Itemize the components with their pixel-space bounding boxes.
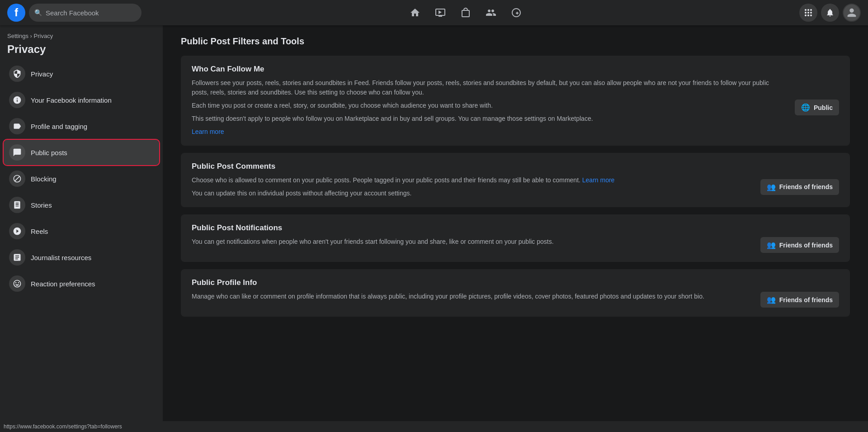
sidebar-item-stories[interactable]: Stories <box>4 192 159 218</box>
svg-point-3 <box>805 12 807 14</box>
profile-info-setting-button[interactable]: 👥 Friends of friends <box>760 292 839 308</box>
main-content: Public Post Filters and Tools Who Can Fo… <box>163 25 868 432</box>
notifications-setting-button[interactable]: 👥 Friends of friends <box>760 237 839 253</box>
comments-setting-button[interactable]: 👥 Friends of friends <box>760 179 839 195</box>
reaction-preferences-icon <box>9 275 25 292</box>
sidebar-item-profile-and-tagging[interactable]: Profile and tagging <box>4 114 159 139</box>
nav-home-button[interactable] <box>404 2 426 24</box>
nav-marketplace-button[interactable] <box>455 2 476 24</box>
public-post-comments-card: Public Post Comments Choose who is allow… <box>181 153 850 207</box>
notifications-text-1: You can get notifications when people wh… <box>192 237 750 247</box>
sidebar-item-privacy[interactable]: Privacy <box>4 61 159 86</box>
profile-info-btn-icon: 👥 <box>767 295 776 304</box>
search-bar[interactable]: 🔍 <box>29 4 142 22</box>
follow-learn-more-link[interactable]: Learn more <box>192 128 224 135</box>
comments-text-2: You can update this on individual posts … <box>192 189 750 198</box>
search-input[interactable] <box>46 9 136 17</box>
public-post-notifications-body: You can get notifications when people wh… <box>192 237 839 253</box>
who-can-follow-me-title: Who Can Follow Me <box>192 65 839 74</box>
comments-btn-label: Friends of friends <box>779 183 833 190</box>
follow-setting-button[interactable]: 🌐 Public <box>795 100 839 115</box>
public-post-comments-text: Choose who is allowed to comment on your… <box>192 176 750 198</box>
sidebar-item-public-posts-label: Public posts <box>31 149 67 157</box>
notifications-btn-icon: 👥 <box>767 241 776 249</box>
privacy-icon <box>9 66 25 82</box>
public-post-notifications-text: You can get notifications when people wh… <box>192 237 750 247</box>
navbar: f 🔍 <box>0 0 868 25</box>
navbar-center <box>161 2 770 24</box>
who-can-follow-me-card: Who Can Follow Me Followers see your pos… <box>181 56 850 146</box>
journalist-resources-icon <box>9 249 25 266</box>
sidebar: Settings › Privacy Privacy Privacy Your … <box>0 25 163 432</box>
notifications-btn-label: Friends of friends <box>779 242 833 249</box>
follow-text-3: This setting doesn't apply to people who… <box>192 114 784 123</box>
sidebar-item-blocking-label: Blocking <box>31 175 57 183</box>
public-post-comments-title: Public Post Comments <box>192 162 839 171</box>
profile-info-text-1: Manage who can like or comment on profil… <box>192 292 750 301</box>
svg-point-7 <box>807 14 809 16</box>
public-post-notifications-title: Public Post Notifications <box>192 223 839 233</box>
comments-text-1-part1: Choose who is allowed to comment on your… <box>192 176 580 184</box>
sidebar-item-journalist-resources[interactable]: Journalist resources <box>4 245 159 270</box>
sidebar-item-public-posts[interactable]: Public posts <box>4 140 159 165</box>
svg-point-8 <box>810 14 812 16</box>
sidebar-item-journalist-label: Journalist resources <box>31 254 91 261</box>
nav-video-button[interactable] <box>429 2 451 24</box>
sidebar-item-profile-tagging-label: Profile and tagging <box>31 123 87 130</box>
breadcrumb-current: Privacy <box>34 33 53 39</box>
sidebar-item-stories-label: Stories <box>31 201 52 209</box>
facebook-logo[interactable]: f <box>7 4 25 22</box>
svg-point-1 <box>807 9 809 11</box>
profile-info-btn-label: Friends of friends <box>779 296 833 304</box>
page-title: Public Post Filters and Tools <box>181 36 850 47</box>
status-bar: https://www.facebook.com/settings?tab=fo… <box>0 421 868 432</box>
who-can-follow-me-text: Followers see your posts, reels, stories… <box>192 78 784 137</box>
svg-point-0 <box>805 9 807 11</box>
reels-icon <box>9 223 25 239</box>
search-icon: 🔍 <box>34 9 42 16</box>
who-can-follow-me-body: Followers see your posts, reels, stories… <box>192 78 839 137</box>
stories-icon <box>9 197 25 213</box>
public-profile-info-text: Manage who can like or comment on profil… <box>192 292 750 301</box>
sidebar-item-reaction-label: Reaction preferences <box>31 280 95 288</box>
follow-text-1: Followers see your posts, reels, stories… <box>192 78 784 97</box>
comments-learn-more-link[interactable]: Learn more <box>582 176 615 184</box>
grid-menu-button[interactable] <box>799 4 817 22</box>
follow-btn-label: Public <box>814 104 833 111</box>
nav-groups-button[interactable] <box>480 2 502 24</box>
sidebar-item-reaction-preferences[interactable]: Reaction preferences <box>4 271 159 296</box>
comments-text-1: Choose who is allowed to comment on your… <box>192 176 750 185</box>
svg-point-4 <box>807 12 809 14</box>
facebook-info-icon <box>9 92 25 108</box>
status-url: https://www.facebook.com/settings?tab=fo… <box>4 423 122 430</box>
follow-text-2: Each time you post or create a reel, sto… <box>192 101 784 110</box>
svg-point-2 <box>810 9 812 11</box>
blocking-icon <box>9 171 25 187</box>
sidebar-item-privacy-label: Privacy <box>31 70 53 78</box>
nav-gaming-button[interactable] <box>505 2 527 24</box>
navbar-left: f 🔍 <box>7 4 161 22</box>
sidebar-item-facebook-info-label: Your Facebook information <box>31 96 112 104</box>
notifications-button[interactable] <box>821 4 839 22</box>
breadcrumb: Settings › Privacy <box>4 33 159 41</box>
comments-btn-icon: 👥 <box>767 183 776 191</box>
breadcrumb-separator: › <box>28 33 34 39</box>
public-post-notifications-card: Public Post Notifications You can get no… <box>181 214 850 262</box>
public-profile-info-body: Manage who can like or comment on profil… <box>192 292 839 308</box>
sidebar-item-reels-label: Reels <box>31 228 48 235</box>
sidebar-item-blocking[interactable]: Blocking <box>4 166 159 191</box>
breadcrumb-settings-link[interactable]: Settings <box>7 33 28 39</box>
avatar-button[interactable] <box>843 4 861 22</box>
svg-point-5 <box>810 12 812 14</box>
profile-tagging-icon <box>9 118 25 134</box>
sidebar-item-your-facebook-information[interactable]: Your Facebook information <box>4 87 159 113</box>
sidebar-title: Privacy <box>4 41 159 61</box>
main-layout: Settings › Privacy Privacy Privacy Your … <box>0 25 868 432</box>
navbar-right <box>770 4 861 22</box>
public-post-comments-body: Choose who is allowed to comment on your… <box>192 176 839 198</box>
public-posts-icon <box>9 144 25 161</box>
public-profile-info-title: Public Profile Info <box>192 278 839 287</box>
sidebar-item-reels[interactable]: Reels <box>4 218 159 244</box>
public-profile-info-card: Public Profile Info Manage who can like … <box>181 269 850 317</box>
svg-point-6 <box>805 14 807 16</box>
